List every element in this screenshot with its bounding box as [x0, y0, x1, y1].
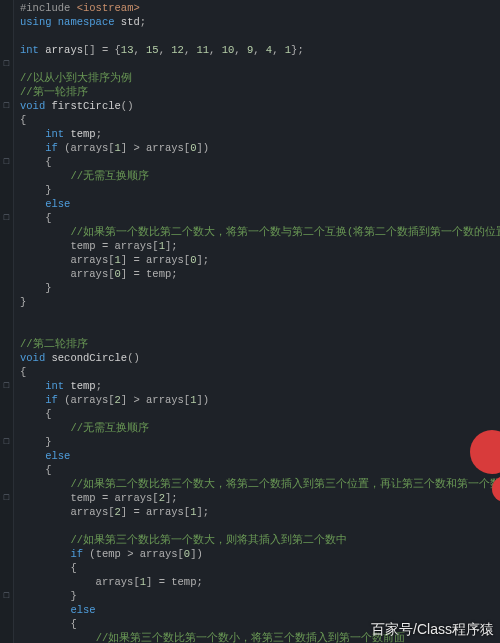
code-line[interactable]: { — [20, 113, 500, 127]
code-line[interactable]: } — [20, 589, 500, 603]
code-area[interactable]: #include <iostream>using namespace std; … — [14, 0, 500, 643]
code-line[interactable]: //第二轮排序 — [20, 337, 500, 351]
code-line[interactable]: } — [20, 435, 500, 449]
fold-mark — [0, 617, 13, 631]
fold-mark[interactable]: □ — [0, 491, 13, 505]
code-line[interactable]: arrays[1] = temp; — [20, 575, 500, 589]
code-token: void — [20, 352, 52, 364]
fold-mark[interactable]: □ — [0, 211, 13, 225]
code-line[interactable] — [20, 323, 500, 337]
code-line[interactable]: //如果第一个数比第二个数大，将第一个数与第二个互换(将第二个数插到第一个数的位… — [20, 225, 500, 239]
fold-mark — [0, 197, 13, 211]
code-token: //如果第二个数比第三个数大，将第二个数插入到第三个位置，再让第三个数和第一个数… — [70, 478, 500, 490]
fold-mark — [0, 561, 13, 575]
code-line[interactable]: arrays[1] = arrays[0]; — [20, 253, 500, 267]
fold-gutter[interactable]: □□□□□□□□□ — [0, 0, 14, 643]
fold-mark — [0, 267, 13, 281]
code-line[interactable] — [20, 57, 500, 71]
code-line[interactable]: //如果第二个数比第三个数大，将第二个数插入到第三个位置，再让第三个数和第一个数… — [20, 477, 500, 491]
code-token: , — [159, 44, 172, 56]
code-line[interactable]: temp = arrays[1]; — [20, 239, 500, 253]
code-line[interactable]: { — [20, 155, 500, 169]
fold-mark — [0, 225, 13, 239]
code-token: ] = arrays[ — [121, 254, 190, 266]
code-token: //如果第三个数比第一个数大，则将其插入到第二个数中 — [70, 534, 347, 546]
code-token: ; — [96, 128, 102, 140]
fold-mark — [0, 603, 13, 617]
code-line[interactable]: if (temp > arrays[0]) — [20, 547, 500, 561]
code-line[interactable]: int temp; — [20, 379, 500, 393]
code-line[interactable]: } — [20, 295, 500, 309]
code-token: //第二轮排序 — [20, 338, 88, 350]
fold-mark — [0, 547, 13, 561]
code-token: { — [20, 114, 26, 126]
code-token: (arrays[ — [64, 394, 114, 406]
code-token: , — [272, 44, 285, 56]
fold-mark — [0, 15, 13, 29]
code-line[interactable] — [20, 309, 500, 323]
code-token: } — [20, 184, 52, 196]
code-line[interactable]: else — [20, 197, 500, 211]
code-line[interactable]: //如果第三个数比第一个数大，则将其插入到第二个数中 — [20, 533, 500, 547]
code-line[interactable]: } — [20, 183, 500, 197]
code-line[interactable]: //无需互换顺序 — [20, 169, 500, 183]
code-line[interactable]: } — [20, 281, 500, 295]
code-token: //如果第一个数比第二个数大，将第一个数与第二个互换(将第二个数插到第一个数的位… — [70, 226, 500, 238]
code-token — [20, 142, 45, 154]
code-line[interactable]: else — [20, 449, 500, 463]
code-line[interactable]: //以从小到大排序为例 — [20, 71, 500, 85]
code-line[interactable]: if (arrays[2] > arrays[1]) — [20, 393, 500, 407]
code-line[interactable]: #include <iostream> — [20, 1, 500, 15]
code-token: ] = temp; — [121, 268, 178, 280]
code-token: else — [70, 604, 95, 616]
code-line[interactable] — [20, 29, 500, 43]
code-token: void — [20, 100, 52, 112]
code-token: (arrays[ — [64, 142, 114, 154]
code-token: ]; — [165, 492, 178, 504]
fold-mark[interactable]: □ — [0, 99, 13, 113]
code-line[interactable]: int temp; — [20, 127, 500, 141]
code-line[interactable]: { — [20, 561, 500, 575]
fold-mark — [0, 575, 13, 589]
code-line[interactable]: arrays[2] = arrays[1]; — [20, 505, 500, 519]
code-line[interactable]: { — [20, 463, 500, 477]
code-line[interactable]: temp = arrays[2]; — [20, 491, 500, 505]
code-token: //第一轮排序 — [20, 86, 88, 98]
watermark-text: 百家号/Class程序猿 — [371, 621, 494, 639]
code-token: //如果第三个数比第一个数小，将第三个数插入到第一个数前面 — [96, 632, 406, 643]
code-token: { — [20, 156, 52, 168]
code-line[interactable]: else — [20, 603, 500, 617]
code-line[interactable]: int arrays[] = {13, 15, 12, 11, 10, 9, 4… — [20, 43, 500, 57]
fold-mark — [0, 519, 13, 533]
code-token: (temp > arrays[ — [89, 548, 184, 560]
code-token: ]; — [196, 254, 209, 266]
code-token: ]; — [165, 240, 178, 252]
fold-mark[interactable]: □ — [0, 379, 13, 393]
code-line[interactable]: using namespace std; — [20, 15, 500, 29]
code-line[interactable]: void secondCircle() — [20, 351, 500, 365]
code-line[interactable] — [20, 519, 500, 533]
fold-mark[interactable]: □ — [0, 155, 13, 169]
code-line[interactable]: { — [20, 407, 500, 421]
code-line[interactable]: { — [20, 211, 500, 225]
code-token: ] = arrays[ — [121, 506, 190, 518]
code-line[interactable]: //第一轮排序 — [20, 85, 500, 99]
fold-mark[interactable]: □ — [0, 435, 13, 449]
fold-mark — [0, 85, 13, 99]
code-token: temp — [70, 380, 95, 392]
fold-mark[interactable]: □ — [0, 57, 13, 71]
code-token: { — [20, 464, 52, 476]
fold-mark — [0, 239, 13, 253]
fold-mark — [0, 127, 13, 141]
code-line[interactable]: //无需互换顺序 — [20, 421, 500, 435]
fold-mark — [0, 309, 13, 323]
code-line[interactable]: { — [20, 365, 500, 379]
code-token: #include — [20, 2, 77, 14]
code-token: { — [20, 618, 77, 630]
code-line[interactable]: void firstCircle() — [20, 99, 500, 113]
fold-mark — [0, 337, 13, 351]
code-line[interactable]: if (arrays[1] > arrays[0]) — [20, 141, 500, 155]
code-token: { — [20, 408, 52, 420]
code-line[interactable]: arrays[0] = temp; — [20, 267, 500, 281]
fold-mark[interactable]: □ — [0, 589, 13, 603]
